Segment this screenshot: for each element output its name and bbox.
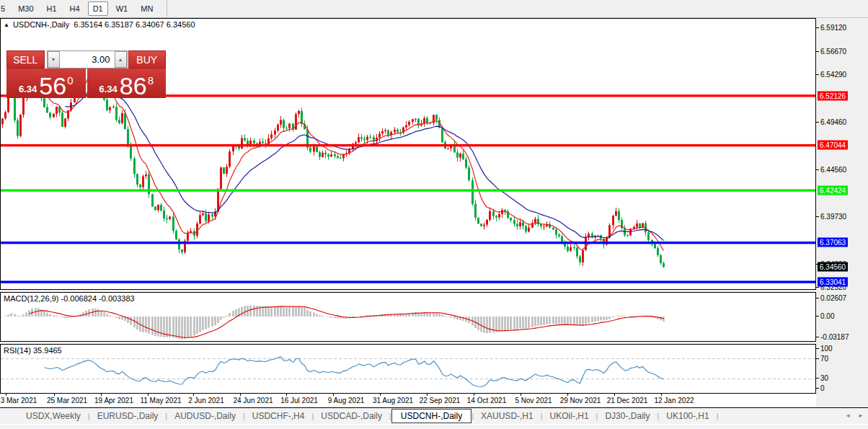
level-price-label: 6.52126 [818, 91, 848, 100]
axis-tick [816, 216, 819, 217]
symbol-tab-bar: USDX,Weekly|EURUSD-,Daily|AUDUSD-,Daily|… [0, 407, 868, 424]
symbol-tab-xauusd-h1[interactable]: XAUUSD-,H1 [474, 410, 541, 423]
date-tick [148, 394, 149, 396]
date-tick [380, 394, 381, 396]
symbol-tab-eurusd-daily[interactable]: EURUSD-,Daily [90, 410, 166, 423]
price-tick-label: 6.49460 [820, 118, 846, 125]
price-tick-label: 6.56670 [820, 48, 846, 56]
axis-tick [816, 316, 819, 317]
date-tick [474, 394, 474, 396]
date-label: 22 Sep 2021 [420, 397, 461, 404]
price-axis[interactable]: 6.591206.566706.542906.494606.445606.397… [816, 18, 868, 407]
axis-tick [816, 287, 819, 288]
volume-increase-button[interactable]: ▲ [115, 51, 127, 68]
date-label: 2 Jun 2021 [188, 397, 224, 404]
symbol-tab-usdx-weekly[interactable]: USDX,Weekly [19, 410, 88, 423]
axis-tick [816, 337, 819, 337]
trading-app-window: 5M30H1H4D1W1MN ▲USDCNH-,Daily 6.35164 6.… [0, 0, 868, 429]
macd-axis-label: 0.02607 [820, 294, 846, 302]
buy-button[interactable]: BUY [128, 50, 167, 68]
date-label: 9 Aug 2021 [328, 397, 365, 404]
axis-tick [816, 122, 819, 123]
buy-price-display[interactable]: 6.34868 [87, 68, 167, 98]
price-tick-label: 6.54290 [820, 71, 846, 79]
symbol-tab-usdcad-daily[interactable]: USDCAD-,Daily [314, 410, 389, 423]
macd-axis-label: 0.00 [820, 312, 834, 320]
symbol-tabs: USDX,Weekly|EURUSD-,Daily|AUDUSD-,Daily|… [19, 409, 719, 423]
symbol-tab-dj30-daily[interactable]: DJ30-,Daily [598, 410, 657, 423]
date-label: 19 Apr 2021 [94, 397, 133, 404]
sell-button[interactable]: SELL [6, 50, 45, 68]
timeframe-button-m30[interactable]: M30 [13, 1, 38, 16]
rsi-axis-label: 30 [820, 374, 828, 382]
axis-tick [816, 298, 819, 298]
timeframe-button-w1[interactable]: W1 [111, 1, 133, 16]
chart-symbol-label: USDCNH-,Daily [13, 20, 69, 29]
price-tick-label: 6.44560 [820, 166, 846, 174]
date-tick [567, 394, 568, 396]
date-tick [427, 394, 428, 396]
date-label: 12 Jan 2022 [654, 397, 694, 404]
symbol-tab-audusd-daily[interactable]: AUDUSD-,Daily [167, 410, 243, 423]
chart-header: ▲USDCNH-,Daily 6.35164 6.35187 6.34067 6… [4, 20, 195, 29]
toolbar-separator [167, 1, 167, 17]
chart-ohlc-values: 6.35164 6.35187 6.34067 6.34560 [74, 20, 195, 29]
timeframe-button-mn[interactable]: MN [136, 1, 158, 16]
date-tick [614, 394, 615, 396]
rsi-value: 35.9465 [33, 346, 62, 355]
tab-scroll-left-icon[interactable]: ◄ [845, 412, 851, 419]
level-price-label: 6.33041 [818, 277, 848, 286]
buy-price-pip: 8 [148, 74, 154, 87]
current-price-label: 6.34560 [818, 262, 848, 272]
timeframe-button-h1[interactable]: H1 [42, 1, 62, 16]
level-price-label: 6.37063 [818, 238, 848, 247]
date-axis[interactable]: 3 Mar 202125 Mar 202119 Apr 202111 May 2… [0, 394, 816, 407]
axis-tick [816, 378, 819, 379]
rsi-panel: RSI(14) 35.9465 [0, 344, 816, 394]
date-label: 25 Mar 2021 [47, 397, 87, 404]
sell-price-display[interactable]: 6.34560 [6, 68, 86, 98]
date-tick [240, 394, 241, 396]
volume-decrease-button[interactable]: ▼ [48, 51, 60, 68]
macd-panel: MACD(12,26,9) -0.006824 -0.003383 [0, 292, 816, 342]
date-tick [286, 394, 287, 396]
date-label: 16 Jul 2021 [280, 397, 318, 404]
volume-field[interactable]: 3.00 [60, 51, 115, 68]
symbol-tab-uk100-h1[interactable]: UK100-,H1 [659, 410, 716, 423]
date-label: 14 Oct 2021 [467, 397, 506, 404]
axis-tick [816, 348, 819, 349]
collapse-arrow-icon[interactable]: ▲ [4, 22, 9, 28]
tab-scroll-right-icon[interactable]: ► [858, 412, 864, 419]
date-tick [6, 394, 6, 396]
symbol-tab-usdchf-h4[interactable]: USDCHF-,H4 [245, 410, 312, 423]
sell-price-pip: 0 [67, 74, 73, 87]
rsi-chart [1, 345, 815, 393]
timeframe-button-d1[interactable]: D1 [88, 1, 108, 16]
rsi-axis-label: 100 [820, 345, 833, 353]
date-tick [193, 394, 194, 396]
date-tick [54, 394, 55, 396]
tab-separator: | [717, 412, 719, 420]
date-tick [101, 394, 102, 396]
rsi-title: RSI(14) [4, 346, 31, 355]
level-price-label: 6.47044 [818, 141, 848, 150]
symbol-tab-ukoil-h1[interactable]: UKOil-,H1 [543, 410, 596, 423]
timeframe-button-h4[interactable]: H4 [65, 1, 85, 16]
macd-values: -0.006824 -0.003383 [61, 294, 134, 303]
buy-price-main: 86 [120, 75, 147, 97]
price-tick-label: 6.59120 [820, 24, 846, 32]
tab-scroll-controls: ◄ ► [845, 412, 864, 419]
timeframe-button-5[interactable]: 5 [0, 1, 10, 16]
timeframe-toolbar: 5M30H1H4D1W1MN [0, 0, 868, 18]
date-tick [333, 394, 334, 396]
macd-header: MACD(12,26,9) -0.006824 -0.003383 [4, 294, 135, 303]
symbol-tab-usdcnh-daily[interactable]: USDCNH-,Daily [391, 409, 471, 423]
main-chart-panel[interactable]: ▲USDCNH-,Daily 6.35164 6.35187 6.34067 6… [0, 18, 816, 290]
axis-tick [816, 388, 819, 389]
rsi-axis-label: 0 [820, 384, 825, 392]
level-price-label: 6.42424 [818, 185, 848, 195]
sell-price-base: 6.34 [19, 84, 37, 94]
sell-price-main: 56 [39, 75, 66, 97]
rsi-axis-label: 70 [820, 355, 828, 363]
date-label: 5 Nov 2021 [515, 397, 552, 404]
